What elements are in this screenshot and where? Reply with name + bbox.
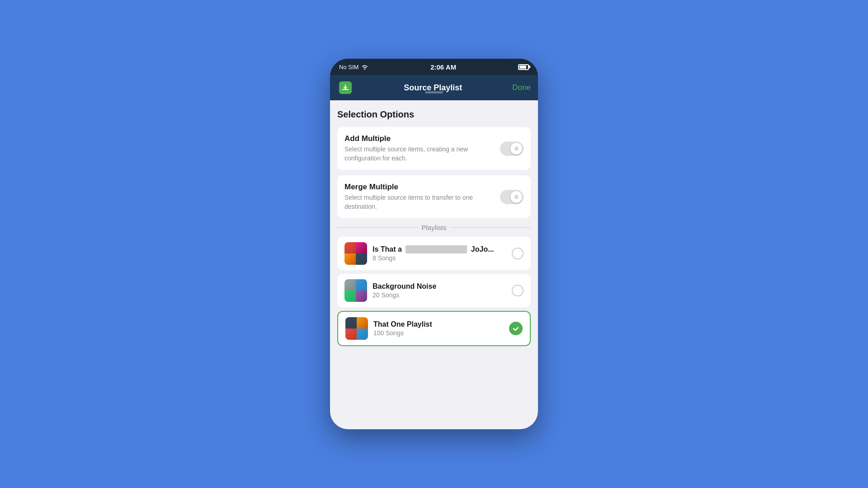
playlist-item-3[interactable]: That One Playlist 100 Songs: [337, 311, 531, 346]
merge-multiple-card: Merge Multiple Select multiple source it…: [337, 175, 531, 218]
artwork-cell-5: [344, 279, 356, 291]
artwork-cell-10: [357, 317, 368, 328]
merge-multiple-description: Select multiple source items to transfer…: [344, 193, 495, 211]
playlists-section: Playlists Is That a ████████████ JoJo...: [337, 224, 531, 346]
header-line-left: [337, 227, 418, 228]
nav-bar: Source Playlist Done: [330, 75, 538, 100]
merge-multiple-toggle[interactable]: ⚙: [500, 190, 524, 204]
playlist-info-1: Is That a ████████████ JoJo... 8 Songs: [373, 245, 512, 262]
playlist-count-2: 20 Songs: [373, 291, 512, 299]
artwork-cell-8: [356, 291, 367, 302]
no-sim-label: No SIM: [339, 64, 359, 70]
playlist-name-3: That One Playlist: [373, 320, 509, 328]
playlists-header: Playlists: [337, 224, 531, 231]
add-multiple-card: Add Multiple Select multiple source item…: [337, 127, 531, 170]
artwork-cell-1: [344, 242, 356, 253]
add-multiple-description: Select multiple source items, creating a…: [344, 145, 495, 163]
artwork-cell-2: [356, 242, 367, 253]
merge-multiple-title: Merge Multiple: [344, 183, 495, 192]
artwork-cell-11: [345, 328, 357, 340]
playlist-artwork-3: [345, 317, 368, 340]
add-multiple-toggle[interactable]: ⚙: [500, 141, 524, 156]
battery-indicator: [518, 64, 529, 70]
artwork-cell-3: [344, 253, 356, 265]
battery-icon: [518, 64, 529, 70]
main-content: Selection Options Add Multiple Select mu…: [330, 100, 538, 429]
playlist-count-3: 100 Songs: [373, 329, 509, 337]
download-icon: [339, 81, 352, 94]
artwork-cell-4: [356, 253, 367, 265]
status-bar: No SIM 2:06 AM: [330, 59, 538, 75]
playlist-radio-1[interactable]: [512, 248, 524, 259]
blurred-text: ████████████: [406, 245, 467, 253]
playlist-artwork-2: [344, 279, 367, 302]
add-multiple-title: Add Multiple: [344, 134, 495, 143]
playlist-check-3[interactable]: [509, 322, 523, 335]
playlist-name-2: Background Noise: [373, 282, 512, 291]
done-button[interactable]: Done: [512, 83, 531, 92]
playlist-item-1[interactable]: Is That a ████████████ JoJo... 8 Songs: [337, 237, 531, 270]
checkmark-icon: [513, 325, 519, 332]
download-button[interactable]: [337, 80, 354, 96]
nav-handle: [425, 91, 443, 94]
gear-icon-2: ⚙: [514, 194, 519, 200]
playlist-item-2[interactable]: Background Noise 20 Songs: [337, 274, 531, 307]
selection-options-header: Selection Options: [337, 109, 531, 120]
playlist-count-1: 8 Songs: [373, 254, 512, 262]
playlist-radio-2[interactable]: [512, 285, 524, 296]
header-line-right: [450, 227, 531, 228]
status-time: 2:06 AM: [430, 63, 456, 71]
artwork-cell-12: [357, 328, 368, 340]
playlists-header-label: Playlists: [422, 224, 447, 231]
playlist-info-3: That One Playlist 100 Songs: [373, 320, 509, 337]
merge-multiple-text: Merge Multiple Select multiple source it…: [344, 183, 500, 211]
artwork-cell-9: [345, 317, 357, 328]
playlist-name-1: Is That a ████████████ JoJo...: [373, 245, 512, 253]
wifi-icon: [361, 64, 368, 70]
artwork-cell-6: [356, 279, 367, 291]
playlist-artwork-1: [344, 242, 367, 265]
add-multiple-text: Add Multiple Select multiple source item…: [344, 134, 500, 163]
artwork-cell-7: [344, 291, 356, 302]
gear-icon: ⚙: [514, 145, 519, 152]
merge-multiple-toggle-knob: ⚙: [510, 191, 522, 203]
playlist-info-2: Background Noise 20 Songs: [373, 282, 512, 299]
add-multiple-toggle-knob: ⚙: [510, 143, 522, 155]
